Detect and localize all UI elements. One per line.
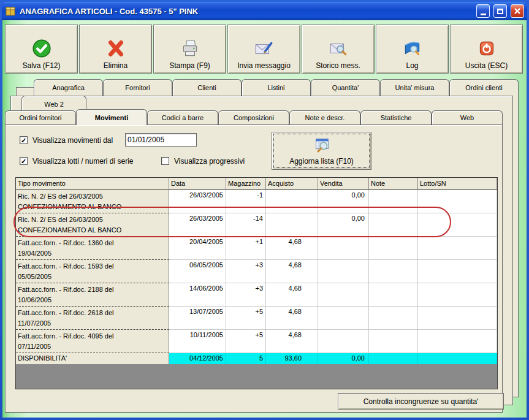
exit-button[interactable]: Uscita (ESC)	[450, 25, 523, 74]
cell-data: 06/05/2005	[169, 260, 226, 283]
checkbox-lotti[interactable]: ✓	[20, 157, 28, 165]
tab-quantita[interactable]: Quantita'	[311, 79, 380, 96]
cell-note	[369, 237, 418, 260]
cell-tipo: DISPONIBILITA'	[16, 353, 169, 364]
print-button[interactable]: Stampa (F9)	[153, 25, 226, 74]
table-row[interactable]: Fatt.acc.forn. - Rif.doc. 2618 del 11/07…	[16, 307, 497, 330]
cell-vendita: 0,00	[318, 213, 369, 237]
tool-label: Log	[406, 61, 418, 70]
cell-tipo: Ric. N. 2/ ES del 26/03/2005 CONFEZIONAM…	[16, 213, 169, 237]
tab-ordini-clienti[interactable]: Ordini clienti	[449, 79, 519, 96]
maximize-button[interactable]	[493, 4, 507, 18]
app-window: ANAGRAFICA ARTICOLI - Cod. 43575 - 5" PI…	[0, 0, 529, 420]
cell-acquisto: 4,68	[266, 260, 318, 283]
cell-magazzino: +5	[226, 330, 266, 353]
table-row[interactable]: Fatt.acc.forn. - Rif.doc. 2188 del 10/06…	[16, 283, 497, 307]
col-note[interactable]: Note	[369, 178, 418, 190]
cell-vendita	[318, 283, 369, 307]
send-message-button[interactable]: Invia messaggio	[227, 25, 300, 74]
col-data[interactable]: Data	[169, 178, 226, 190]
tab-unita-misura[interactable]: Unita' misura	[380, 79, 449, 96]
tab-anagrafica[interactable]: Anagrafica	[34, 79, 103, 96]
cell-lotto	[418, 190, 497, 213]
cell-vendita	[318, 307, 369, 330]
cell-note	[369, 283, 418, 307]
tab-clienti[interactable]: Clienti	[172, 79, 242, 96]
tool-label: Stampa (F9)	[169, 61, 210, 70]
tab-composizioni[interactable]: Composizioni	[218, 110, 289, 124]
red-x-icon	[105, 38, 126, 59]
tab-codici-a-barre[interactable]: Codici a barre	[147, 110, 218, 124]
mail-compose-icon	[254, 38, 275, 59]
close-button[interactable]	[511, 4, 524, 18]
tab-note-e-descr[interactable]: Note e descr.	[289, 110, 360, 124]
cell-vendita: 0,00	[318, 190, 369, 213]
cell-acquisto: 4,68	[266, 237, 318, 260]
save-button[interactable]: Salva (F12)	[5, 25, 78, 74]
refresh-list-button[interactable]: Aggiorna lista (F10)	[272, 132, 371, 170]
cell-tipo: Fatt.acc.forn. - Rif.doc. 4095 del 07/11…	[16, 330, 169, 353]
cell-note	[369, 213, 418, 237]
movements-table: Tipo movimento Data Magazzino Acquisto V…	[15, 177, 498, 389]
message-history-button[interactable]: Storico mess.	[302, 25, 375, 74]
col-tipo-movimento[interactable]: Tipo movimento	[16, 178, 169, 190]
checkbox-movimenti-dal[interactable]: ✓	[20, 136, 28, 144]
check-inconsistencies-button[interactable]: Controlla incongruenze su quantita'	[338, 393, 504, 410]
tab-web[interactable]: Web	[432, 110, 503, 124]
list-search-icon	[313, 136, 331, 155]
tool-label: Invia messaggio	[237, 61, 291, 70]
date-from-input[interactable]	[125, 133, 197, 147]
titlebar: ANAGRAFICA ARTICOLI - Cod. 43575 - 5" PI…	[2, 2, 527, 20]
cell-magazzino: +1	[226, 237, 266, 260]
table-row[interactable]: Fatt.acc.forn. - Rif.doc. 1593 del 05/05…	[16, 260, 497, 283]
cell-acquisto	[266, 190, 318, 213]
tab-ordini-fornitori[interactable]: Ordini fornitori	[5, 110, 76, 124]
cell-data: 14/06/2005	[169, 283, 226, 307]
cell-magazzino: -1	[226, 190, 266, 213]
cell-lotto	[418, 330, 497, 353]
tab-statistiche[interactable]: Statistiche	[360, 110, 432, 124]
check-icon: ✓	[21, 137, 26, 143]
cell-note	[369, 190, 418, 213]
tool-label: Salva (F12)	[22, 61, 60, 70]
col-magazzino[interactable]: Magazzino	[226, 178, 266, 190]
table-row[interactable]: Fatt.acc.forn. - Rif.doc. 4095 del 07/11…	[16, 330, 497, 353]
cell-vendita	[318, 330, 369, 353]
tab-listini[interactable]: Listini	[242, 79, 311, 96]
toolbar: Salva (F12) Elimina Stampa (F9) Invia me…	[5, 25, 523, 74]
mail-search-icon	[328, 38, 349, 59]
cell-note	[369, 260, 418, 283]
cell-tipo: Fatt.acc.forn. - Rif.doc. 2618 del 11/07…	[16, 307, 169, 330]
cell-lotto	[418, 283, 497, 307]
maximize-icon	[497, 9, 503, 14]
col-vendita[interactable]: Vendita	[318, 178, 369, 190]
tab-fornitori[interactable]: Fornitori	[103, 79, 172, 96]
log-button[interactable]: Log	[376, 25, 449, 74]
cell-tipo: Fatt.acc.forn. - Rif.doc. 1593 del 05/05…	[16, 260, 169, 283]
tab-movimenti[interactable]: Movimenti	[76, 109, 147, 125]
cell-data: 20/04/2005	[169, 237, 226, 260]
cell-note	[369, 307, 418, 330]
tab-web-2[interactable]: Web 2	[21, 96, 86, 112]
cell-tipo: Fatt.acc.forn. - Rif.doc. 1360 del 19/04…	[16, 237, 169, 260]
delete-button[interactable]: Elimina	[79, 25, 152, 74]
cell-note	[369, 330, 418, 353]
col-lotto-sn[interactable]: Lotto/SN	[418, 178, 497, 190]
table-row-highlighted[interactable]: Ric. N. 2/ ES del 26/03/2005 CONFEZIONAM…	[16, 213, 497, 237]
table-row[interactable]: Fatt.acc.forn. - Rif.doc. 1360 del 19/04…	[16, 237, 497, 260]
printer-icon	[180, 38, 200, 59]
table-row[interactable]: Ric. N. 2/ ES del 26/03/2005 CONFEZIONAM…	[16, 190, 497, 213]
cell-magazzino: +3	[226, 283, 266, 307]
cell-vendita	[318, 260, 369, 283]
cell-vendita	[318, 237, 369, 260]
cell-acquisto: 4,68	[266, 283, 318, 307]
minimize-button[interactable]	[476, 4, 490, 18]
checkbox-progressivi[interactable]	[161, 157, 169, 165]
cell-note	[369, 353, 418, 364]
tool-label: Storico mess.	[316, 61, 360, 70]
cell-data: 10/11/2005	[169, 330, 226, 353]
col-acquisto[interactable]: Acquisto	[266, 178, 318, 190]
checkbox-lotti-label: Visualizza lotti / numeri di serie	[32, 157, 134, 166]
cell-lotto	[418, 307, 497, 330]
cell-magazzino: +3	[226, 260, 266, 283]
